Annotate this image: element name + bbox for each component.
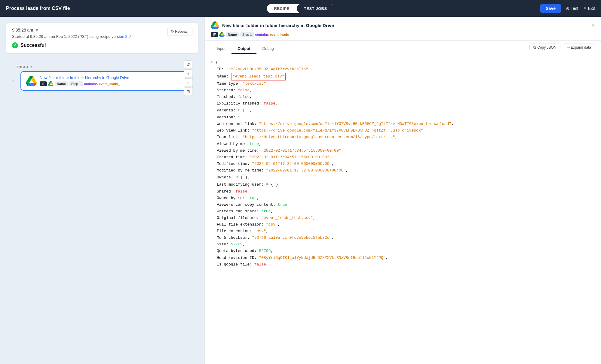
tab-output[interactable]: Output [232,44,256,54]
json-id-row: ID: "1Y37V8vLH0LkB5HOZ_4gTtZfzvtN3aTT6", [211,66,595,73]
web-content-value: "https://drive.google.com/uc?id=1Y37V8vL… [259,122,451,126]
json-created-row: Created time: "2022-02-01T17:34:57.15500… [211,154,595,161]
modified-me-value: "2022-02-01T17:32:00.000000+00:00" [266,168,346,173]
owned-value: true [247,196,256,200]
parents-expand[interactable]: ⊕ [238,108,240,113]
json-viewed-row: Viewed by me: true, [211,141,595,147]
last-mod-key: Last modifying user: [217,182,264,187]
expand-data-button[interactable]: ⇔ Expand data [563,44,595,51]
canvas-controls: ↺ + − ⊞ [184,60,192,96]
tab-testjobs[interactable]: TEST JOBS [297,4,334,13]
is-google-key: Is google file: [217,262,252,267]
time-dropdown-icon[interactable]: ▼ [35,28,39,32]
file-ext-value: "csv" [254,229,266,233]
modified-me-key: Modified by me time: [217,168,264,173]
viewers-copy-value: true [278,202,287,207]
json-owners-row: Owners: ⊕ [ ], [211,174,595,181]
json-name-row: Name: "event_leads_test.csv" , [211,73,595,80]
md5-key: Md 5 checksum: [217,235,250,240]
owners-key: Owners: [217,175,233,180]
web-view-key: Web view link: [217,128,250,133]
viewed-value: true [250,142,259,146]
tab-recipe[interactable]: RECIPE [267,4,296,13]
header-pill-step: Step 1 [240,32,254,37]
json-starred-row: Starred: false, [211,87,595,94]
job-status: ✓ Successful [12,42,192,48]
mini-gdrive-icon [48,81,54,86]
original-filename-key: Original filename: [217,216,259,220]
explicitly-key: Explicitly trashed: [217,101,261,106]
copy-json-button[interactable]: ⧉ Copy JSON [529,44,560,51]
json-head-rev-row: Head revision ID: "0ByYriGqOTK1_alYyNUxj… [211,255,595,261]
json-shared-row: Shared: false, [211,188,595,195]
refresh-button[interactable]: ↺ [184,60,192,69]
zoom-in-button[interactable]: + [184,69,192,78]
head-rev-key: Head revision ID: [217,256,257,260]
status-text: Successful [20,43,46,48]
writers-share-value: true [261,209,271,214]
exit-button[interactable]: ✕ Exit [583,6,595,11]
head-rev-value: "0ByYriGqOTK1_alYyNUxjdHhDZXZXVktRNzVRcl… [259,256,385,260]
repeat-button[interactable]: ↻ Repeat j [167,28,192,35]
trigger-node[interactable]: New file or folder in folder hierarchy i… [20,71,192,91]
right-panel: New file or folder in folder hierarchy i… [204,17,601,364]
owned-key: Owned by me: [217,196,245,200]
last-mod-expand[interactable]: ⊕ [266,182,268,187]
header-pill-name: Name [226,32,239,37]
json-md5-row: Md 5 checksum: "907f6faa10afccf0fc7e9ebe… [211,235,595,241]
save-button[interactable]: Save [540,4,561,13]
external-link-icon: ↗ [128,34,132,39]
file-ext-key: File extension: [217,229,252,233]
pill-contains: contains [84,82,98,86]
fit-button[interactable]: ⊞ [184,87,192,96]
quota-key: Quota bytes used: [217,249,257,253]
close-button[interactable]: × [592,22,595,29]
json-modified-me-row: Modified by me time: "2022-02-01T17:32:0… [211,167,595,174]
version-key: Version: [217,115,235,120]
tab-debug[interactable]: Debug [256,44,280,54]
json-output: ⊖ { ID: "1Y37V8vLH0LkB5HOZ_4gTtZfzvtN3aT… [205,54,601,364]
version-link[interactable]: version 2 [112,34,127,39]
json-explicitly-row: Explicitly trashed: false, [211,100,595,107]
time-value: 9:35:28 am [12,28,33,32]
modified-value: "2022-02-01T17:32:00.000000+00:00" [252,162,332,166]
starred-value: false [238,88,250,93]
step-number: 1 [12,79,18,83]
created-key: Created time: [217,155,247,159]
owners-bracket: [ ], [241,175,250,180]
right-header-pills: IF Name Step 1 contains event_leads_ [211,32,595,37]
trashed-key: Trashed: [217,95,235,99]
tab-input[interactable]: Input [211,44,232,54]
owners-expand[interactable]: ⊕ [235,175,238,180]
main-layout: 9:35:28 am ▼ Started at 9:35:28 am on Fe… [0,17,601,364]
zoom-out-button[interactable]: − [184,78,192,87]
header-pill-value: event_leads_ [270,33,291,36]
explicitly-value: false [264,101,275,106]
is-google-value: false [254,262,266,267]
shared-key: Shared: [217,189,233,194]
json-viewers-copy-row: Viewers can copy content: true, [211,202,595,208]
mime-key: Mime type: [217,81,240,86]
starred-key: Starred: [217,88,235,93]
json-owned-row: Owned by me: true, [211,195,595,202]
header-mini-gdrive-icon [219,32,225,37]
json-size-row: Size: 52709, [211,241,595,248]
created-value: "2022-02-01T17:34:57.155000+00:00" [250,155,329,159]
id-key: ID: [217,67,224,71]
collapse-icon[interactable]: ⊖ [211,60,213,65]
json-trashed-row: Trashed: false, [211,94,595,100]
name-value-highlight: "event_leads_test.csv" [231,73,286,80]
test-label: Test [571,6,578,11]
right-header-title: New file or folder in folder hierarchy i… [211,21,595,29]
json-quota-row: Quota bytes used: 52709, [211,248,595,254]
test-button[interactable]: ⊙ Test [566,6,578,11]
node-pills: IF Name Step 1 [40,81,129,86]
pill-value: event_leads_ [99,82,120,86]
canvas-area: ↺ + − ⊞ TRIGGER 1 [6,59,198,97]
json-web-content-row: Web content link: "https://drive.google.… [211,121,595,127]
shared-value: false [235,189,247,194]
repeat-icon: ↻ [171,29,174,34]
modified-key: Modified time: [217,162,250,166]
node-title: New file or folder in folder hierarchy i… [40,75,129,80]
pill-step: Step 1 [69,81,83,86]
